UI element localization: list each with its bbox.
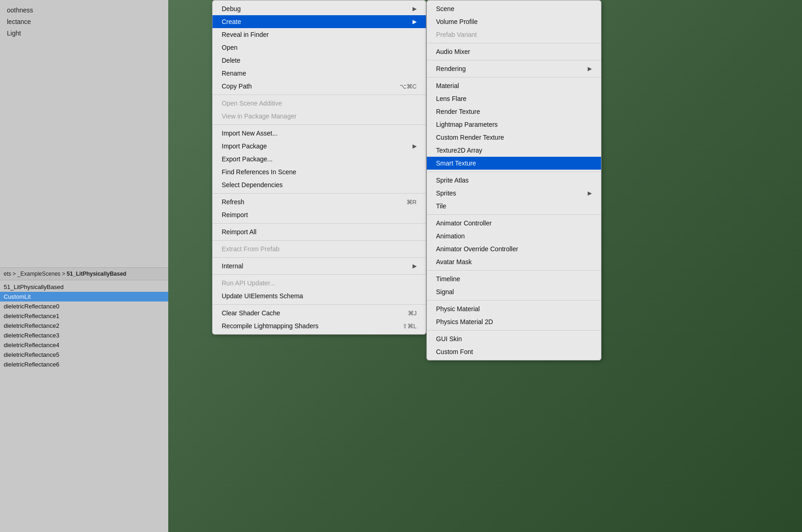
menu-item-clear-shader-cache[interactable]: Clear Shader Cache⌘J [212,307,426,319]
arrow-icon-internal: ▶ [413,263,417,269]
submenu-label-prefab-variant: Prefab Variant [436,31,477,38]
submenu-label-sprite-atlas: Sprite Atlas [436,177,469,184]
menu-item-label-refresh: Refresh [222,198,244,206]
separator-after-update-ui-elements-schema [212,304,426,305]
file-item-3[interactable]: dieletricReflectance1 [0,311,168,321]
submenu-label-volume-profile: Volume Profile [436,18,478,25]
menu-item-reimport-all[interactable]: Reimport All [212,225,426,238]
submenu-label-sprites: Sprites [436,189,456,197]
submenu-label-render-texture: Render Texture [436,108,480,115]
menu-item-label-rename: Rename [222,70,246,77]
menu-item-import-new-asset[interactable]: Import New Asset... [212,127,426,140]
menu-item-refresh[interactable]: Refresh⌘R [212,195,426,208]
submenu-item-lens-flare[interactable]: Lens Flare [427,92,601,105]
menu-item-label-import-new-asset: Import New Asset... [222,130,277,137]
submenu-label-gui-skin: GUI Skin [436,335,462,343]
file-item-1[interactable]: CustomLit [0,292,168,301]
menu-item-debug[interactable]: Debug▶ [212,2,426,15]
submenu-label-lens-flare: Lens Flare [436,95,466,102]
menu-item-update-ui-elements-schema[interactable]: Update UIElements Schema [212,290,426,302]
file-item-6[interactable]: dieletricReflectance4 [0,340,168,350]
menu-item-delete[interactable]: Delete [212,54,426,67]
menu-item-label-reveal-in-finder: Reveal in Finder [222,31,269,38]
submenu-item-prefab-variant: Prefab Variant [427,28,601,41]
file-item-7[interactable]: dieletricReflectance5 [0,350,168,360]
submenu-item-audio-mixer[interactable]: Audio Mixer [427,45,601,58]
menu-item-label-export-package: Export Package... [222,155,273,163]
menu-item-label-find-references-in-scene: Find References In Scene [222,168,296,176]
submenu-item-scene[interactable]: Scene [427,2,601,15]
submenu-item-timeline[interactable]: Timeline [427,272,601,285]
menu-item-label-open-scene-additive: Open Scene Additive [222,100,282,107]
submenu-item-custom-font[interactable]: Custom Font [427,345,601,358]
menu-item-open[interactable]: Open [212,41,426,54]
submenu-item-animator-override-controller[interactable]: Animator Override Controller [427,242,601,255]
breadcrumb: ets > _ExampleScenes > 51_LitPhysicallyB… [0,268,168,280]
submenu-item-custom-render-texture[interactable]: Custom Render Texture [427,131,601,144]
submenu-item-avatar-mask[interactable]: Avatar Mask [427,255,601,268]
left-text-2: lectance [7,16,161,28]
submenu-label-timeline: Timeline [436,275,460,283]
context-menu: Debug▶Create▶Reveal in FinderOpenDeleteR… [212,0,426,335]
submenu-label-rendering: Rendering [436,65,466,72]
submenu-item-sprite-atlas[interactable]: Sprite Atlas [427,174,601,187]
submenu: SceneVolume ProfilePrefab VariantAudio M… [426,0,602,361]
submenu-label-physic-material: Physic Material [436,305,480,313]
file-item-2[interactable]: dieletricReflectance0 [0,301,168,311]
submenu-label-tile: Tile [436,202,446,210]
submenu-item-signal[interactable]: Signal [427,285,601,298]
menu-item-label-clear-shader-cache: Clear Shader Cache [222,309,280,317]
menu-item-rename[interactable]: Rename [212,67,426,80]
separator-after-view-in-package-manager [212,124,426,125]
submenu-item-lightmap-parameters[interactable]: Lightmap Parameters [427,118,601,131]
left-text-1: oothness [7,5,161,16]
menu-item-label-recompile-lightmapping-shaders: Recompile Lightmapping Shaders [222,322,318,330]
submenu-separator-after-tile [427,214,601,215]
separator-after-internal [212,274,426,275]
submenu-separator-after-audio-mixer [427,60,601,60]
menu-item-export-package[interactable]: Export Package... [212,153,426,166]
separator-after-reimport [212,223,426,224]
menu-item-recompile-lightmapping-shaders[interactable]: Recompile Lightmapping Shaders⇧⌘L [212,319,426,332]
submenu-item-gui-skin[interactable]: GUI Skin [427,332,601,345]
file-item-5[interactable]: dieletricReflectance3 [0,331,168,340]
menu-item-extract-from-prefab: Extract From Prefab [212,242,426,255]
file-item-8[interactable]: dieletricReflectance6 [0,360,168,369]
menu-item-internal[interactable]: Internal▶ [212,260,426,272]
menu-item-label-debug: Debug [222,5,241,12]
submenu-item-physic-material[interactable]: Physic Material [427,302,601,315]
submenu-separator-after-physics-material-2d [427,330,601,331]
submenu-separator-after-avatar-mask [427,270,601,271]
separator-after-reimport-all [212,240,426,241]
menu-item-reveal-in-finder[interactable]: Reveal in Finder [212,28,426,41]
submenu-item-volume-profile[interactable]: Volume Profile [427,15,601,28]
separator-after-copy-path [212,95,426,95]
submenu-item-render-texture[interactable]: Render Texture [427,105,601,118]
menu-item-reimport[interactable]: Reimport [212,208,426,221]
submenu-separator-after-signal [427,300,601,301]
menu-item-import-package[interactable]: Import Package▶ [212,140,426,153]
menu-item-label-copy-path: Copy Path [222,83,252,90]
arrow-icon-import-package: ▶ [413,143,417,149]
menu-item-find-references-in-scene[interactable]: Find References In Scene [212,166,426,178]
submenu-item-physics-material-2d[interactable]: Physics Material 2D [427,315,601,328]
breadcrumb-prefix: ets > _ExampleScenes > [4,271,67,277]
menu-item-copy-path[interactable]: Copy Path⌥⌘C [212,80,426,93]
submenu-item-texture2d-array[interactable]: Texture2D Array [427,144,601,157]
menu-item-select-dependencies[interactable]: Select Dependencies [212,178,426,191]
submenu-item-animation[interactable]: Animation [427,230,601,242]
menu-item-run-api-updater: Run API Updater... [212,277,426,290]
submenu-item-rendering[interactable]: Rendering▶ [427,62,601,75]
submenu-item-tile[interactable]: Tile [427,200,601,213]
menu-item-label-reimport-all: Reimport All [222,228,256,236]
submenu-item-sprites[interactable]: Sprites▶ [427,187,601,200]
menu-item-create[interactable]: Create▶ [212,15,426,28]
submenu-label-custom-render-texture: Custom Render Texture [436,134,504,141]
submenu-item-smart-texture[interactable]: Smart Texture [427,157,601,170]
file-item-0[interactable]: 51_LitPhysicallyBased [0,282,168,292]
submenu-item-material[interactable]: Material [427,79,601,92]
submenu-label-custom-font: Custom Font [436,348,473,355]
file-item-4[interactable]: dieletricReflectance2 [0,321,168,331]
submenu-separator-after-prefab-variant [427,43,601,43]
submenu-item-animator-controller[interactable]: Animator Controller [427,217,601,230]
